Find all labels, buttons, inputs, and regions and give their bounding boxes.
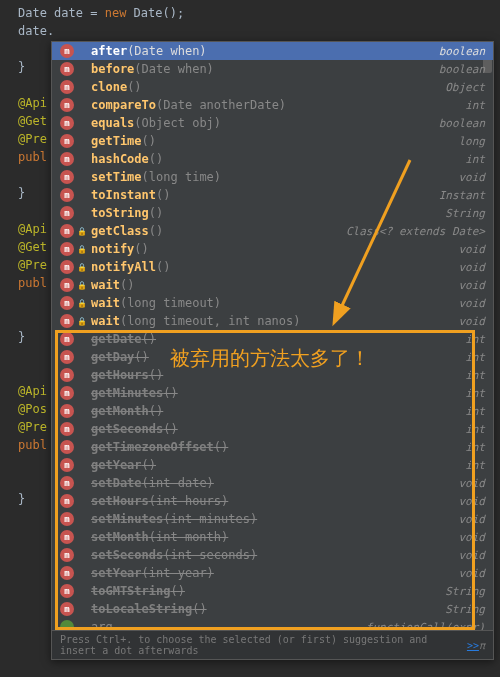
return-type: void [459,531,486,544]
autocomplete-popup[interactable]: mafter(Date when)booleanmbefore(Date whe… [51,41,494,660]
return-type: int [465,459,485,472]
return-type: int [465,441,485,454]
suggestion-item[interactable]: mcompareTo(Date anotherDate)int [52,96,493,114]
footer-link[interactable]: >> [467,640,479,651]
suggestion-item[interactable]: mbefore(Date when)boolean [52,60,493,78]
suggestion-item[interactable]: m🔒wait(long timeout)void [52,294,493,312]
suggestion-item[interactable]: msetHours(int hours)void [52,492,493,510]
suggestion-item[interactable]: mgetTimezoneOffset()int [52,438,493,456]
lock-icon: 🔒 [77,263,87,272]
method-params: (Object obj) [134,116,221,130]
method-icon: m [60,152,74,166]
return-type: boolean [439,45,485,58]
suggestion-item[interactable]: mhashCode()int [52,150,493,168]
return-type: void [459,315,486,328]
method-icon: m [60,602,74,616]
suggestion-item[interactable]: mgetYear()int [52,456,493,474]
suggestion-item[interactable]: mtoLocaleString()String [52,600,493,618]
return-type: void [459,171,486,184]
suggestion-item[interactable]: msetTime(long time)void [52,168,493,186]
method-params: () [134,242,148,256]
method-params: () [142,458,156,472]
lock-icon: 🔒 [77,299,87,308]
method-name: toLocaleString [91,602,192,616]
return-type: void [459,243,486,256]
method-icon: m [60,512,74,526]
method-params: () [134,350,148,364]
method-params: (int hours) [149,494,228,508]
suggestion-item[interactable]: m🔒getClass()Class<? extends Date> [52,222,493,240]
suggestion-item[interactable]: mgetSeconds()int [52,420,493,438]
method-icon: m [60,134,74,148]
lock-icon: 🔒 [77,227,87,236]
return-type: void [459,297,486,310]
lock-icon: 🔒 [77,317,87,326]
method-params: () [163,386,177,400]
method-params: (int minutes) [163,512,257,526]
suggestion-item[interactable]: m🔒notify()void [52,240,493,258]
method-icon: m [60,386,74,400]
suggestion-item[interactable]: mafter(Date when)boolean [52,42,493,60]
suggestion-item[interactable]: mtoGMTString()String [52,582,493,600]
method-name: equals [91,116,134,130]
method-name: before [91,62,134,76]
return-type: int [465,99,485,112]
return-type: int [465,423,485,436]
suggestion-item[interactable]: mgetDate()int [52,330,493,348]
suggestion-item[interactable]: mclone()Object [52,78,493,96]
suggestion-item[interactable]: mequals(Object obj)boolean [52,114,493,132]
return-type: boolean [439,117,485,130]
suggestion-item[interactable]: argfunctionCall(expr) [52,618,493,630]
suggestion-item[interactable]: msetSeconds(int seconds)void [52,546,493,564]
return-type: int [465,153,485,166]
suggestion-item[interactable]: msetMinutes(int minutes)void [52,510,493,528]
return-type: Class<? extends Date> [346,225,485,238]
suggestion-list: mafter(Date when)booleanmbefore(Date whe… [52,42,493,630]
lock-icon: 🔒 [77,281,87,290]
method-params: (Date when) [134,62,213,76]
suggestion-item[interactable]: msetDate(int date)void [52,474,493,492]
method-name: toInstant [91,188,156,202]
method-icon: m [60,278,74,292]
method-params: (int month) [149,530,228,544]
method-params: () [127,80,141,94]
method-icon: m [60,206,74,220]
return-type: String [445,585,485,598]
suggestion-item[interactable]: mgetMinutes()int [52,384,493,402]
suggestion-item[interactable]: mgetDay()int [52,348,493,366]
method-params: (int seconds) [163,548,257,562]
popup-footer: Press Ctrl+. to choose the selected (or … [52,630,493,659]
method-name: getSeconds [91,422,163,436]
suggestion-item[interactable]: mgetMonth()int [52,402,493,420]
method-icon: m [60,404,74,418]
method-icon: m [60,440,74,454]
suggestion-item[interactable]: msetYear(int year)void [52,564,493,582]
method-icon: m [60,62,74,76]
suggestion-item[interactable]: m🔒wait()void [52,276,493,294]
suggestion-item[interactable]: mgetTime()long [52,132,493,150]
method-params: () [156,188,170,202]
return-type: void [459,477,486,490]
method-icon: m [60,584,74,598]
suggestion-item[interactable]: m🔒notifyAll()void [52,258,493,276]
method-icon: m [60,116,74,130]
method-name: setDate [91,476,142,490]
suggestion-item[interactable]: mgetHours()int [52,366,493,384]
method-name: setTime [91,170,142,184]
method-icon: m [60,548,74,562]
method-icon: m [60,566,74,580]
method-params: () [149,224,163,238]
pi-icon[interactable]: π [479,640,485,651]
method-icon: m [60,476,74,490]
method-icon: m [60,98,74,112]
method-params: (int year) [142,566,214,580]
method-name: setSeconds [91,548,163,562]
suggestion-item[interactable]: mtoInstant()Instant [52,186,493,204]
method-name: setYear [91,566,142,580]
method-name: getDay [91,350,134,364]
suggestion-item[interactable]: mtoString()String [52,204,493,222]
suggestion-item[interactable]: m🔒wait(long timeout, int nanos)void [52,312,493,330]
return-type: void [459,513,486,526]
method-params: (long timeout) [120,296,221,310]
suggestion-item[interactable]: msetMonth(int month)void [52,528,493,546]
